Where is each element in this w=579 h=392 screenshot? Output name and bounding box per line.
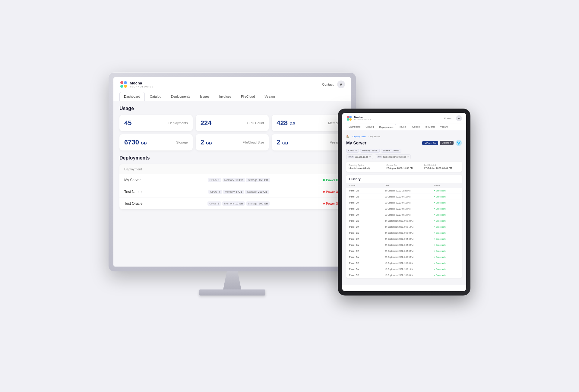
table-row[interactable]: Test Name CPUs 4 Memory 8 GB Storage 200… [119,186,345,198]
monitor-bezel: Mocha Technologies Contact A Dashboard C… [109,72,356,271]
row-tags-myserver: CPUs 6 Memory 10 GB Storage 150 GB [208,178,270,182]
usage-grid: 45 Deployments 224 CPU Count 428 GB Memo… [119,115,345,131]
breadcrumb: 🏠 › Deployments › My Server [346,133,462,140]
monitor-app-content: Usage 45 Deployments 224 CPU Count 428 G… [113,101,351,267]
table-row[interactable]: My Server CPUs 6 Memory 10 GB Storage 15… [119,174,345,186]
tag-storage: Storage 200 GB [246,201,270,206]
stat-cpu: 224 CPU Count [196,115,269,131]
history-row-status: Successful [434,255,459,259]
ipv4-value: 192.168.11.65 [355,156,368,158]
history-row-action: Power Off [349,238,384,240]
history-rows: Power On 24 October 2022, 12:32 PM Succe… [346,188,462,278]
history-row-date: 13 October 2022, 04:19 PM [384,208,434,210]
history-row-date: 27 September 2022, 05:30 PM [384,232,434,234]
power-dot-testoracle [323,203,325,204]
power-dot-myserver [323,179,325,181]
history-row: Power Off 27 September 2022, 04:54 PM Su… [346,236,462,242]
history-row-action: Power On [349,208,384,210]
ipad-logo-name: Mocha [354,116,372,119]
history-row: Power On 24 October 2022, 12:32 PM Succe… [346,188,462,194]
history-row: Power On 27 September 2022, 04:39 PM Suc… [346,254,462,260]
ipad-avatar[interactable]: A [456,115,462,121]
monitor-avatar[interactable]: A [337,81,345,88]
ipad-device: Mocha Technologies Contact A Dashboard C… [338,109,470,296]
monitor-tab-veeam[interactable]: Veeam [260,92,280,101]
breadcrumb-myserver: My Server [370,135,381,138]
history-row: Power Off 13 October 2022, 07:11 PM Succ… [346,200,462,206]
history-row: Power On 27 September 2022, 04:53 PM Suc… [346,242,462,248]
history-section: History Action Date Status Power On 24 O… [346,175,462,278]
ipad-logo-sub: Technologies [354,119,372,121]
copy-icon-ipv6[interactable]: ⧉ [407,155,409,158]
ipad-logo-text-block: Mocha Technologies [354,116,372,121]
breadcrumb-deployments[interactable]: Deployments [353,135,367,138]
ipad-tab-issues[interactable]: Issues [396,124,408,130]
server-title-row: My Server ● Power On Actions ▾ [346,140,462,146]
created-value: 22 August 2022, 11:36 PM [386,167,422,169]
history-col-date: Date [384,185,434,187]
history-row-date: 13 October 2022, 07:11 PM [384,196,434,198]
stat-veeam-value: 2 GB [277,138,288,146]
scene: Mocha Technologies Contact A Dashboard C… [109,72,470,320]
history-title: History [346,175,462,183]
ipad-tab-catalog[interactable]: Catalog [363,124,376,130]
monitor-screen: Mocha Technologies Contact A Dashboard C… [113,77,351,267]
ipad-tab-invoices[interactable]: Invoices [409,124,422,130]
stat-cpu-label: CPU Count [247,121,264,125]
server-info-grid: Operating System Ubuntu Linux (64-bit) C… [346,162,462,172]
ipad-contact-link[interactable]: Contact [444,117,452,120]
power-dot-testname [323,191,325,193]
updated-value: 27 October 2022, 08:41 PM [424,167,460,169]
copy-icon[interactable]: ⧉ [369,155,371,158]
history-row-status: Successful [434,261,459,265]
monitor-tab-issues[interactable]: Issues [195,92,214,101]
history-row-date: 18 September 2022, 10:36 AM [384,262,434,264]
deployments-section: Deployments Deployment My Server CPUs 6 … [119,155,345,209]
history-row: Power Off 27 September 2022, 05:31 PM Su… [346,224,462,230]
history-col-status: Status [434,185,459,187]
history-row: Power Off 16 September 2022, 10:30 AM Su… [346,272,462,278]
ipv6-tag: IPv6 fe80::250:56ff:fe0b:8c66 ⧉ [375,154,411,159]
history-row-status: Successful [434,267,459,271]
server-info-created: Created On 22 August 2022, 11:36 PM [386,164,422,169]
ipad-tab-veeam[interactable]: Veeam [438,124,450,130]
history-row-status: Successful [434,249,459,253]
ipad-app-header: Mocha Technologies Contact A [342,113,466,124]
monitor-contact-link[interactable]: Contact [322,83,334,86]
server-tags-row: CPUs 6 Memory 32 GB Storage 250 GB [346,149,462,153]
history-row: Power Off 18 September 2022, 10:36 AM Su… [346,260,462,266]
tag-cpus: CPUs 4 [208,190,222,194]
actions-button[interactable]: Actions ▾ [440,141,454,145]
monitor-nav-tabs: Dashboard Catalog Deployments Issues Inv… [113,92,351,101]
svg-point-6 [347,118,349,121]
ipad-tab-dashboard[interactable]: Dashboard [346,124,363,130]
history-row-action: Power Off [349,274,384,276]
server-tag-memory: Memory 32 GB [360,149,380,153]
svg-point-8 [456,140,462,146]
history-row: Power Off 13 October 2022, 04:19 PM Succ… [346,212,462,218]
monitor-tab-filecloud[interactable]: FileCloud [236,92,259,101]
ipad-tab-deployments[interactable]: Deployments [377,124,396,130]
table-row[interactable]: Test Oracle CPUs 6 Memory 10 GB Storage … [119,198,345,209]
monitor-tab-catalog[interactable]: Catalog [145,92,166,101]
history-row-status: Successful [434,243,459,247]
history-row-date: 13 October 2022, 07:11 PM [384,202,434,204]
monitor-logo-text: Mocha Technologies [130,81,154,87]
stat-filecloud-value: 2 GB [201,138,212,146]
monitor-tab-deployments[interactable]: Deployments [166,92,195,101]
monitor-tab-dashboard[interactable]: Dashboard [119,92,145,101]
svg-point-3 [124,85,127,88]
history-row-action: Power On [349,244,384,246]
stat-memory-value: 428 GB [277,119,295,127]
power-on-button[interactable]: ● Power On [422,141,438,145]
server-title: My Server [346,141,366,145]
stat-storage-label: Storage [176,141,188,144]
monitor-tab-invoices[interactable]: Invoices [215,92,236,101]
history-row-action: Power Off [349,250,384,252]
history-row-status: Successful [434,207,459,210]
ipad-bezel: Mocha Technologies Contact A Dashboard C… [338,109,470,296]
history-row-action: Power Off [349,214,384,216]
ipad-tab-filecloud[interactable]: FileCloud [422,124,438,130]
history-row: Power On 16 September 2022, 10:31 AM Suc… [346,266,462,272]
monitor-logo-icon [119,80,128,89]
